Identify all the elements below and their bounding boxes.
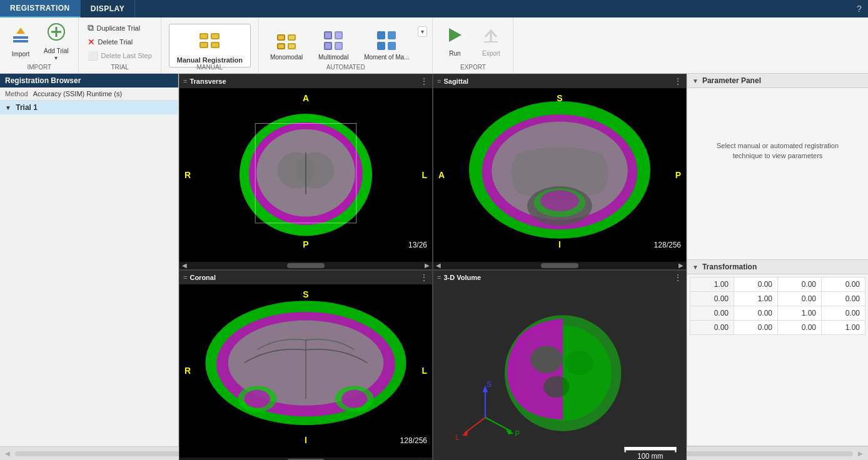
export-button[interactable]: Export [474,21,508,61]
svg-point-60 [341,389,367,408]
coronal-scroll-right[interactable]: ▶ [425,458,430,461]
duplicate-icon: ⧉ [88,22,94,33]
matrix-cell-3-3: 1.00 [822,321,865,335]
ribbon-group-automated: Monomodal Multimodal [259,18,433,73]
svg-rect-17 [289,36,295,39]
sagittal-left-label: A [438,170,445,180]
automated-dropdown-icon[interactable]: ▾ [418,26,427,37]
delete-last-step-button[interactable]: ⬜ Delete Last Step [84,49,155,62]
sagittal-scroll-thumb[interactable] [541,263,578,268]
svg-rect-76 [625,447,677,450]
svg-point-51 [540,190,579,211]
sidebar-header: Registration Browser [0,74,178,88]
transverse-top-label: A [303,93,309,103]
svg-rect-78 [675,447,676,452]
sagittal-scroll[interactable]: ◀ ▶ [433,262,686,269]
sagittal-body[interactable]: S I A P 128/256 [433,88,686,262]
sagittal-slice-count: 128/256 [654,241,681,249]
sagittal-header: = Sagittal ⋮ [433,74,686,88]
status-scroll-right[interactable]: ▶ [858,450,863,457]
monomodal-button[interactable]: Monomodal [264,25,309,65]
volume-body[interactable]: S P L 100 mm [433,284,686,461]
coronal-bottom-label: I [305,435,307,445]
manual-registration-button[interactable]: Manual Registration [169,24,251,68]
matrix-cell-0-3: 0.00 [822,278,865,292]
volume-image: S P L 100 mm [433,284,686,461]
transverse-header: = Transverse ⋮ [179,74,432,88]
import-group-label: IMPORT [0,64,78,71]
transverse-slice-count: 13/26 [408,241,427,249]
transverse-scroll-thumb[interactable] [287,263,325,268]
svg-point-59 [245,389,270,408]
parameter-placeholder: Select manual or automated registration … [692,122,863,180]
svg-text:S: S [487,379,492,388]
delete-icon: ✕ [88,37,95,47]
viewport-area: = Transverse ⋮ [179,74,687,446]
transverse-title: Transverse [189,78,420,85]
run-button[interactable]: Run [438,21,472,61]
coronal-scroll[interactable]: ◀ ▶ [179,458,432,460]
volume-menu-icon[interactable]: ⋮ [674,272,682,282]
svg-rect-77 [625,447,626,452]
svg-rect-30 [377,31,385,39]
coronal-menu-icon[interactable]: ⋮ [420,272,428,282]
svg-point-64 [530,346,563,373]
status-scroll-left[interactable]: ◀ [5,450,10,457]
import-button[interactable]: Import [5,21,36,61]
svg-rect-20 [278,44,284,48]
delete-trial-button[interactable]: ✕ Delete Trial [84,36,136,48]
sagittal-indicator: = [437,78,441,85]
svg-rect-31 [388,31,396,39]
help-button[interactable]: ? [850,0,868,18]
parameter-panel-header[interactable]: ▼ Parameter Panel [687,74,868,88]
svg-marker-34 [449,28,462,42]
tab-registration[interactable]: REGISTRATION [0,0,81,18]
sidebar-item-trial1[interactable]: ▼ Trial 1 [0,101,178,114]
moment-of-mass-button[interactable]: Moment of Ma... [358,25,415,65]
coronal-scroll-left[interactable]: ◀ [182,458,187,461]
parameter-panel-content: Select manual or automated registration … [687,88,868,213]
manual-group-label: MANUAL [161,64,258,71]
volume-panel: = 3-D Volume ⋮ [433,270,687,461]
svg-rect-1 [13,40,28,42]
matrix-cell-3-0: 0.00 [690,321,734,335]
svg-rect-32 [377,42,385,50]
svg-text:L: L [455,432,460,441]
transverse-scroll-left[interactable]: ◀ [182,262,187,269]
transformation-arrow-icon: ▼ [692,264,699,271]
transverse-body[interactable]: A P R L 13/26 [179,88,432,262]
transverse-scroll-right[interactable]: ▶ [425,262,430,269]
viewport-top-row: = Transverse ⋮ [179,74,687,270]
multimodal-icon [322,29,345,54]
matrix-cell-3-2: 0.00 [778,321,822,335]
transverse-indicator: = [183,78,187,85]
sagittal-menu-icon[interactable]: ⋮ [674,76,682,86]
transverse-menu-icon[interactable]: ⋮ [420,76,428,86]
transverse-scroll[interactable]: ◀ ▶ [179,262,432,269]
add-trial-button[interactable]: Add Trial ▾ [39,21,73,61]
tab-display[interactable]: DISPLAY [81,0,135,18]
duplicate-trial-button[interactable]: ⧉ Duplicate Trial [84,21,144,34]
coronal-image [179,284,432,458]
coronal-top-label: S [303,289,308,299]
matrix-cell-2-2: 1.00 [778,306,822,321]
parameter-panel-section: ▼ Parameter Panel Select manual or autom… [687,74,868,260]
run-label: Run [449,50,460,57]
coronal-body[interactable]: S I R L 128/256 [179,284,432,458]
matrix-row-0: 1.00 0.00 0.00 0.00 [690,278,865,292]
moment-of-mass-label: Moment of Ma... [364,54,409,61]
svg-rect-8 [201,34,207,38]
ribbon-group-trial: ⧉ Duplicate Trial ✕ Delete Trial ⬜ Delet… [79,18,161,73]
automated-group-label: AUTOMATED [259,64,433,71]
transformation-header[interactable]: ▼ Transformation [687,260,868,274]
import-label: Import [12,51,29,58]
svg-marker-2 [16,28,25,34]
sagittal-scroll-left[interactable]: ◀ [436,262,441,269]
export-group-label: EXPORT [433,64,513,71]
multimodal-button[interactable]: Multimodal [311,25,355,65]
sagittal-panel: = Sagittal ⋮ [433,74,687,270]
matrix-cell-0-1: 0.00 [734,278,778,292]
sagittal-scroll-right[interactable]: ▶ [679,262,684,269]
coronal-title: Coronal [189,274,420,281]
parameter-panel-arrow-icon: ▼ [692,78,699,84]
